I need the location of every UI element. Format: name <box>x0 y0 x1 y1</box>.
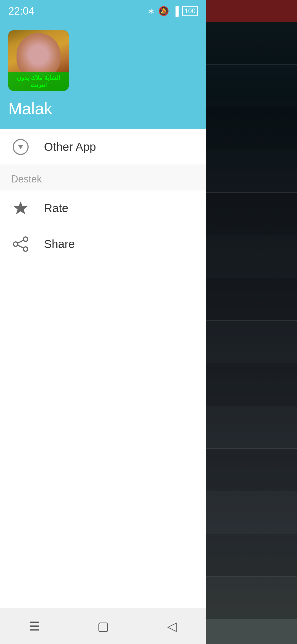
other-app-label: Other App <box>44 140 96 154</box>
drawer-header: Malak <box>0 22 206 129</box>
navigation-bar: ☰ ▢ ◁ <box>0 608 206 644</box>
home-nav-button[interactable]: ▢ <box>89 615 117 637</box>
menu-nav-button[interactable]: ☰ <box>21 615 48 637</box>
svg-point-3 <box>23 237 28 241</box>
volume-mute-icon: 🔕 <box>158 6 169 16</box>
destek-title: Destek <box>11 173 42 185</box>
svg-point-5 <box>23 247 28 251</box>
share-icon <box>11 234 30 254</box>
thumbnail-image <box>8 30 69 91</box>
signal-icon: ▐ <box>172 6 179 16</box>
circle-down-icon <box>11 137 30 157</box>
app-title: Malak <box>8 99 198 118</box>
back-arrow-icon: ◁ <box>167 619 177 634</box>
drawer-content: Other App Destek Rate <box>0 129 206 644</box>
right-header <box>206 0 297 22</box>
share-menu-item[interactable]: Share <box>0 226 206 262</box>
svg-line-7 <box>18 245 23 248</box>
other-app-menu-item[interactable]: Other App <box>0 129 206 165</box>
star-icon <box>11 199 30 218</box>
svg-line-6 <box>18 240 23 243</box>
home-square-icon: ▢ <box>97 619 109 634</box>
back-nav-button[interactable]: ◁ <box>158 615 186 637</box>
drawer-panel: 22:04 ∗ 🔕 ▐ 100 Malak Other App <box>0 0 206 644</box>
status-icons: ∗ 🔕 ▐ 100 <box>147 6 198 16</box>
app-thumbnail <box>8 30 69 91</box>
hamburger-icon: ☰ <box>29 619 40 634</box>
right-content <box>206 22 297 644</box>
svg-point-4 <box>13 242 18 246</box>
rate-menu-item[interactable]: Rate <box>0 190 206 226</box>
rate-label: Rate <box>44 202 68 215</box>
svg-marker-1 <box>18 145 23 149</box>
share-label: Share <box>44 238 75 251</box>
status-time: 22:04 <box>8 5 34 17</box>
destek-section-header: Destek <box>0 165 206 190</box>
status-bar: 22:04 ∗ 🔕 ▐ 100 <box>0 0 206 22</box>
battery-icon: 100 <box>182 6 198 16</box>
bluetooth-icon: ∗ <box>147 6 155 16</box>
svg-marker-2 <box>13 201 28 214</box>
